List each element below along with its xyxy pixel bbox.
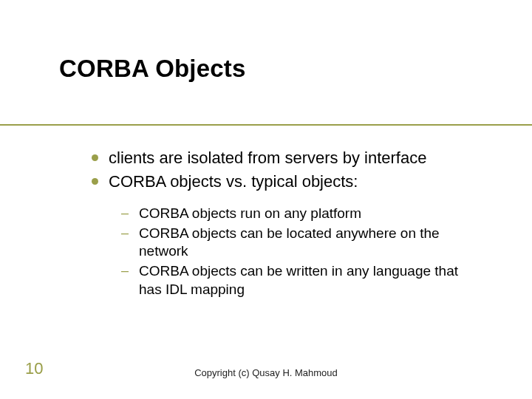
- sub-bullet-text: CORBA objects can be located anywhere on…: [139, 225, 483, 261]
- slide-title: CORBA Objects: [59, 55, 532, 83]
- dash-icon: –: [121, 205, 129, 221]
- sub-bullet-item: – CORBA objects run on any platform: [121, 205, 483, 223]
- dash-icon: –: [121, 225, 129, 241]
- bullet-text: clients are isolated from servers by int…: [109, 148, 426, 168]
- sub-bullet-text: CORBA objects run on any platform: [139, 205, 361, 223]
- sub-bullet-item: – CORBA objects can be located anywhere …: [121, 225, 483, 261]
- bullet-text: CORBA objects vs. typical objects:: [109, 171, 358, 192]
- sub-bullet-group: – CORBA objects run on any platform – CO…: [121, 205, 483, 299]
- content-area: clients are isolated from servers by int…: [92, 148, 483, 300]
- dash-icon: –: [121, 263, 129, 279]
- bullet-item: CORBA objects vs. typical objects:: [92, 171, 483, 192]
- sub-bullet-item: – CORBA objects can be written in any la…: [121, 262, 483, 299]
- slide: CORBA Objects clients are isolated from …: [0, 0, 532, 399]
- bullet-dot-icon: [92, 178, 98, 185]
- divider-line: [0, 124, 532, 126]
- title-area: CORBA Objects: [0, 0, 532, 83]
- bullet-item: clients are isolated from servers by int…: [92, 148, 483, 168]
- bullet-dot-icon: [92, 154, 98, 161]
- copyright-text: Copyright (c) Qusay H. Mahmoud: [0, 367, 532, 378]
- sub-bullet-text: CORBA objects can be written in any lang…: [139, 262, 483, 299]
